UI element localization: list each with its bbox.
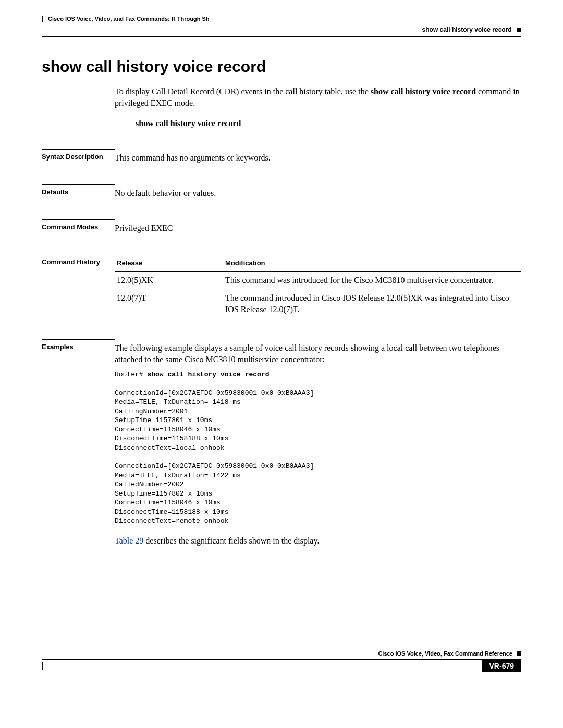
cell-release: 12.0(5)XK <box>115 271 223 289</box>
syntax-line: show call history voice record <box>136 119 521 128</box>
label-command-modes: Command Modes <box>42 219 115 231</box>
section-defaults: Defaults No default behavior or values. <box>42 184 521 199</box>
content-command-modes: Privileged EXEC <box>115 219 521 234</box>
page: Cisco IOS Voice, Video, and Fax Commands… <box>0 0 563 688</box>
table-row: 12.0(7)T The command introduced in Cisco… <box>115 289 521 318</box>
prompt: Router# <box>115 371 147 378</box>
page-title: show call history voice record <box>42 58 521 76</box>
col-release: Release <box>115 255 223 271</box>
intro-paragraph: To display Call Detail Record (CDR) even… <box>115 86 521 108</box>
label-defaults: Defaults <box>42 184 115 196</box>
footer-bar: VR-679 <box>42 659 521 672</box>
footer-ref: Cisco IOS Voice, Video, Fax Command Refe… <box>378 650 512 657</box>
footer-ref-line: Cisco IOS Voice, Video, Fax Command Refe… <box>42 650 521 657</box>
command-text: show call history voice record <box>147 371 269 378</box>
square-icon <box>517 651 521 656</box>
section-command-history: Command History Release Modification 12.… <box>42 255 521 318</box>
header-right-text: show call history voice record <box>422 26 512 33</box>
output-block-1: ConnectionId=[0x2C7AEFDC 0x59830001 0x0 … <box>115 389 314 452</box>
intro-bold: show call history voice record <box>371 87 476 96</box>
table-ref-link[interactable]: Table 29 <box>115 536 143 545</box>
table-ref-line: Table 29 describes the significant field… <box>115 535 521 547</box>
footer-tick <box>42 662 43 670</box>
label-syntax-description: Syntax Description <box>42 149 115 161</box>
header-right: show call history voice record <box>42 26 521 33</box>
label-command-history: Command History <box>42 255 115 266</box>
cell-release: 12.0(7)T <box>115 289 223 318</box>
label-examples: Examples <box>42 339 115 351</box>
divider <box>42 36 521 37</box>
page-number: VR-679 <box>482 660 521 672</box>
cell-modification: The command introduced in Cisco IOS Rele… <box>223 289 521 318</box>
content-examples: The following example displays a sample … <box>115 339 521 546</box>
section-syntax-description: Syntax Description This command has no a… <box>42 149 521 164</box>
content-defaults: No default behavior or values. <box>115 184 521 199</box>
content-command-history: Release Modification 12.0(5)XK This comm… <box>115 255 521 318</box>
section-examples: Examples The following example displays … <box>42 339 521 546</box>
square-icon <box>517 28 521 32</box>
output-block-2: ConnectionId=[0x2C7AEFDC 0x59830001 0x0 … <box>115 462 314 525</box>
section-command-modes: Command Modes Privileged EXEC <box>42 219 521 234</box>
content-syntax-description: This command has no arguments or keyword… <box>115 149 521 164</box>
table-ref-after: describes the significant fields shown i… <box>143 536 319 545</box>
command-history-table: Release Modification 12.0(5)XK This comm… <box>115 255 521 318</box>
cell-modification: This command was introduced for the Cisc… <box>223 271 521 289</box>
col-modification: Modification <box>223 255 521 271</box>
intro-before: To display Call Detail Record (CDR) even… <box>115 87 371 96</box>
examples-intro: The following example displays a sample … <box>115 342 521 365</box>
examples-code: Router# show call history voice record C… <box>115 370 521 525</box>
table-row: 12.0(5)XK This command was introduced fo… <box>115 271 521 289</box>
footer: Cisco IOS Voice, Video, Fax Command Refe… <box>42 650 521 672</box>
header-breadcrumb: Cisco IOS Voice, Video, and Fax Commands… <box>42 16 521 22</box>
